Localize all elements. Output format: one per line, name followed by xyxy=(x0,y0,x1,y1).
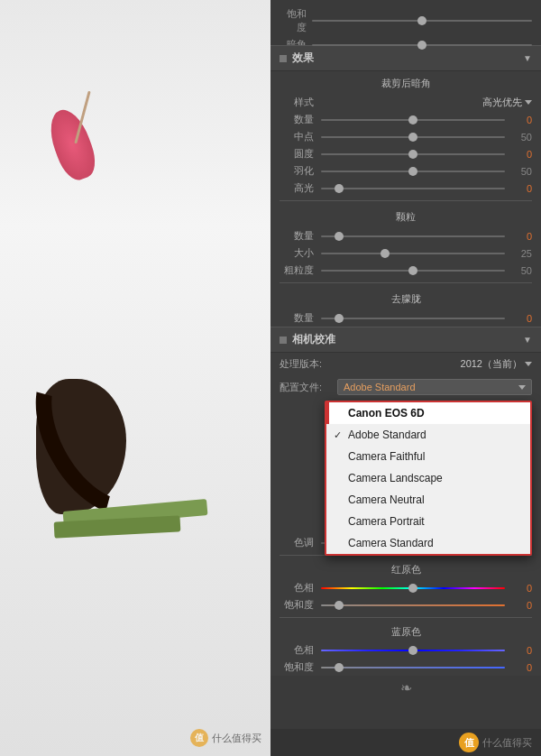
dropdown-item-label: Camera Standard xyxy=(348,537,434,549)
vignette-feather-thumb[interactable] xyxy=(408,167,417,176)
top-faded-section: 饱和度 暗角 xyxy=(270,0,541,45)
dropdown-item-label: Camera Landscape xyxy=(348,472,443,484)
red-hue-thumb[interactable] xyxy=(408,584,417,593)
blue-hue-slider[interactable] xyxy=(321,650,505,651)
grain-size-thumb[interactable] xyxy=(381,249,390,258)
dropdown-item-camera-landscape[interactable]: Camera Landscape xyxy=(326,467,530,489)
watermark: 值 什么值得买 xyxy=(190,729,261,747)
grain-divider xyxy=(280,200,532,201)
blue-sat-label: 饱和度 xyxy=(280,660,314,674)
vignette-roundness-thumb[interactable] xyxy=(408,150,417,159)
red-hue-value: 0 xyxy=(512,583,532,594)
dehaze-amount-value: 0 xyxy=(512,313,532,324)
vignette-highlight-row: 高光 0 xyxy=(270,180,541,197)
vignette-thumb[interactable] xyxy=(417,41,426,50)
vignette-highlight-value: 0 xyxy=(512,183,532,194)
dropdown-item-canon-eos-6d[interactable]: Canon EOS 6D xyxy=(326,402,530,424)
dropdown-item-camera-portrait[interactable]: Camera Portrait xyxy=(326,511,530,532)
shadow-tint-label: 色调 xyxy=(280,536,314,549)
vignette-feather-slider[interactable] xyxy=(321,171,505,172)
camera-square-icon xyxy=(280,337,287,344)
dropdown-item-adobe-standard[interactable]: Adobe Standard xyxy=(326,424,530,446)
effects-square-icon xyxy=(280,55,287,62)
dehaze-amount-row: 数量 0 xyxy=(270,309,541,327)
camera-title: 相机校准 xyxy=(292,332,335,347)
vignette-subsection-title: 裁剪后暗角 xyxy=(270,71,541,94)
blue-hue-thumb[interactable] xyxy=(408,646,417,655)
ornament: ❧ xyxy=(270,676,541,700)
dehaze-divider xyxy=(280,282,532,283)
dropdown-item-camera-faithful[interactable]: Camera Faithful xyxy=(326,446,530,467)
vignette-style-row: 样式 高光优先 xyxy=(270,94,541,111)
grain-amount-slider[interactable] xyxy=(321,235,505,237)
grain-size-value: 25 xyxy=(512,248,532,259)
vignette-roundness-row: 圆度 0 xyxy=(270,145,541,162)
vignette-feather-label: 羽化 xyxy=(280,164,314,178)
vignette-roundness-slider[interactable] xyxy=(321,153,505,155)
process-version-value[interactable]: 2012（当前） xyxy=(337,357,532,371)
vignette-style-text: 高光优先 xyxy=(482,96,522,109)
effects-header[interactable]: 效果 ▼ xyxy=(270,45,541,71)
camera-calibration-header[interactable]: 相机校准 ▼ xyxy=(270,327,541,353)
saturation-slider[interactable] xyxy=(312,20,532,22)
vignette-highlight-label: 高光 xyxy=(280,181,314,195)
dropdown-item-camera-neutral[interactable]: Camera Neutral xyxy=(326,489,530,511)
red-hue-row: 色相 0 xyxy=(270,579,541,596)
blue-sat-thumb[interactable] xyxy=(335,663,344,672)
profile-label: 配置文件: xyxy=(280,381,334,394)
profile-dropdown[interactable]: Adobe Standard xyxy=(337,379,532,395)
grain-amount-label: 数量 xyxy=(280,229,314,243)
vignette-highlight-slider[interactable] xyxy=(321,188,505,189)
vignette-style-value[interactable]: 高光优先 xyxy=(317,96,532,109)
process-version-row: 处理版本: 2012（当前） xyxy=(270,353,541,375)
camera-collapse-icon[interactable]: ▼ xyxy=(523,335,532,345)
vignette-highlight-thumb[interactable] xyxy=(335,184,344,193)
bottom-bar: 值 什么值得买 xyxy=(270,729,541,756)
grain-roughness-label: 粗粒度 xyxy=(280,263,314,277)
bottom-logo: 值 什么值得买 xyxy=(459,733,532,752)
blue-sat-slider[interactable] xyxy=(321,667,505,668)
red-sat-value: 0 xyxy=(512,600,532,611)
grain-roughness-value: 50 xyxy=(512,265,532,276)
effects-title: 效果 xyxy=(292,51,314,66)
dehaze-amount-slider[interactable] xyxy=(321,318,505,319)
grain-amount-row: 数量 0 xyxy=(270,227,541,244)
grain-subsection-title: 颗粒 xyxy=(270,205,541,227)
saturation-row: 饱和度 xyxy=(280,7,532,34)
grain-roughness-thumb[interactable] xyxy=(408,266,417,275)
dropdown-item-label: Camera Neutral xyxy=(348,493,425,506)
controls-panel: 饱和度 暗角 效果 ▼ 裁剪后暗角 xyxy=(270,0,541,756)
dehaze-subsection-title: 去朦胧 xyxy=(270,287,541,309)
profile-dropdown-value: Adobe Standard xyxy=(344,382,416,392)
profile-row: 配置文件: Adobe Standard Canon EOS 6D Adobe … xyxy=(270,375,541,399)
vignette-roundness-value: 0 xyxy=(512,149,532,160)
effects-collapse-icon[interactable]: ▼ xyxy=(523,53,532,63)
dehaze-amount-thumb[interactable] xyxy=(335,314,344,323)
red-hue-slider[interactable] xyxy=(321,587,505,589)
red-sat-slider[interactable] xyxy=(321,604,505,606)
blue-hue-label: 色相 xyxy=(280,643,314,657)
vignette-slider[interactable] xyxy=(312,44,532,46)
grain-amount-thumb[interactable] xyxy=(335,232,344,241)
dropdown-item-camera-standard[interactable]: Camera Standard xyxy=(326,532,530,554)
vignette-amount-slider[interactable] xyxy=(321,119,505,121)
red-sat-thumb[interactable] xyxy=(335,601,344,610)
vignette-midpoint-row: 中点 50 xyxy=(270,128,541,145)
blue-hue-value: 0 xyxy=(512,645,532,656)
vignette-feather-value: 50 xyxy=(512,166,532,177)
vignette-midpoint-value: 50 xyxy=(512,132,532,143)
grain-size-row: 大小 25 xyxy=(270,244,541,262)
vignette-amount-thumb[interactable] xyxy=(408,115,417,124)
grain-roughness-slider[interactable] xyxy=(321,270,505,272)
grain-size-slider[interactable] xyxy=(321,253,505,254)
main-layout: 值 什么值得买 饱和度 暗角 效果 xyxy=(0,0,541,756)
saturation-thumb[interactable] xyxy=(417,16,426,25)
vignette-roundness-label: 圆度 xyxy=(280,147,314,161)
vignette-style-chevron xyxy=(525,100,532,105)
red-hue-label: 色相 xyxy=(280,581,314,595)
process-version-text: 2012（当前） xyxy=(461,357,522,371)
blue-divider xyxy=(280,617,532,618)
vignette-midpoint-slider[interactable] xyxy=(321,136,505,138)
bottom-logo-icon: 值 xyxy=(459,733,479,752)
vignette-midpoint-thumb[interactable] xyxy=(408,133,417,142)
